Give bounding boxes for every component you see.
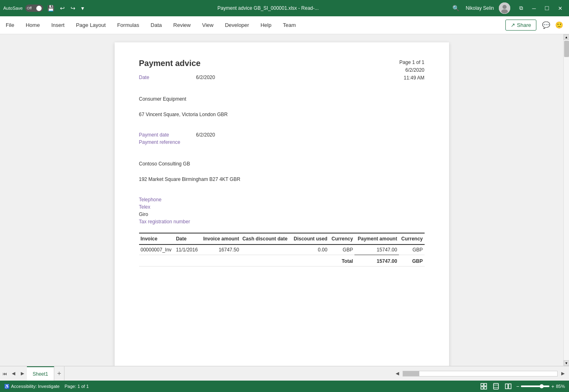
page-break-view-button[interactable]	[504, 382, 512, 390]
sheet-tab-sheet1[interactable]: Sheet1	[27, 366, 54, 381]
customize-qat-button[interactable]: ▾	[80, 4, 86, 12]
comments-button[interactable]: 💬	[540, 20, 552, 31]
zoom-level: 85%	[556, 384, 565, 389]
title-bar-left: AutoSave Off 💾 ↩ ↪ ▾	[3, 4, 86, 12]
col-payment-amount: Payment amount	[354, 233, 399, 244]
restore-down-button[interactable]: ⧉	[515, 2, 527, 14]
title-bar: AutoSave Off 💾 ↩ ↪ ▾ Payment advice GB_S…	[0, 0, 569, 16]
col-invoice: Invoice	[139, 233, 175, 244]
menu-bar: File Home Insert Page Layout Formulas Da…	[0, 16, 569, 34]
vendor-address-block: 192 Market Square Birmingham B27 4KT GBR	[139, 175, 425, 184]
svg-point-1	[503, 5, 507, 9]
toggle-knob	[36, 6, 42, 11]
close-button[interactable]: ✕	[554, 2, 566, 14]
col-discount-used: Discount used	[291, 233, 329, 244]
menu-review[interactable]: Review	[168, 16, 197, 34]
print-time: 11:49 AM	[399, 74, 424, 82]
cell-cash-discount-date	[241, 244, 291, 255]
share-button[interactable]: ↗ Share	[505, 20, 536, 31]
scroll-thumb-right[interactable]	[564, 41, 569, 57]
menu-help[interactable]: Help	[255, 16, 277, 34]
document-title: Payment advice GB_SI_000001.xlsx - Read-…	[89, 5, 447, 11]
autosave-label: AutoSave	[3, 6, 23, 11]
normal-view-button[interactable]	[480, 382, 488, 390]
table-row: 00000007_Inv 11/1/2016 16747.50 0.00 GBP…	[139, 244, 425, 255]
avatar[interactable]	[499, 2, 510, 14]
search-button[interactable]: 🔍	[451, 4, 461, 12]
company-name: Consumer Equipment	[139, 95, 425, 104]
redo-button[interactable]: ↪	[69, 4, 77, 12]
accessibility-icon: ♿	[4, 384, 10, 389]
menu-file[interactable]: File	[0, 16, 20, 34]
hscroll-right-arrow[interactable]: ▶	[558, 369, 567, 378]
total-label: Total	[291, 255, 355, 266]
share-label: Share	[517, 22, 531, 28]
svg-rect-7	[494, 383, 498, 389]
menu-formulas[interactable]: Formulas	[111, 16, 145, 34]
zoom-bar: − + 85%	[516, 383, 565, 390]
hscroll-area: ◀ ▶	[66, 366, 569, 381]
menu-page-layout[interactable]: Page Layout	[70, 16, 111, 34]
cell-date: 11/1/2016	[174, 244, 200, 255]
giro-label: Giro	[139, 211, 196, 217]
title-right: 🔍 Nikolay Selin ⧉ ─ ☐ ✕	[451, 2, 566, 14]
menu-team[interactable]: Team	[277, 16, 301, 34]
menu-developer[interactable]: Developer	[219, 16, 255, 34]
page-layout-view-button[interactable]	[492, 382, 500, 390]
undo-button[interactable]: ↩	[58, 4, 66, 12]
hscroll-left-arrow[interactable]: ◀	[393, 369, 402, 378]
company-address-block: 67 Vincent Square, Victoria London GBR	[139, 110, 425, 119]
autosave-toggle[interactable]: Off	[25, 4, 43, 12]
scroll-up-arrow[interactable]: ▲	[564, 34, 569, 40]
total-currency: GBP	[399, 255, 425, 266]
total-empty1	[200, 255, 241, 266]
zoom-slider[interactable]	[521, 385, 549, 387]
print-date: 6/2/2020	[399, 66, 424, 74]
cell-invoice-amount: 16747.50	[200, 244, 241, 255]
svg-rect-4	[484, 383, 487, 386]
payment-date-label: Payment date	[139, 132, 196, 138]
normal-view-icon	[480, 383, 487, 390]
add-sheet-button[interactable]: ＋	[54, 369, 64, 379]
doc-title: Payment advice	[139, 59, 425, 68]
save-button[interactable]: 💾	[46, 4, 56, 12]
date-value: 6/2/2020	[196, 75, 215, 80]
page-layout-icon	[493, 383, 499, 390]
total-empty2	[241, 255, 291, 266]
col-date: Date	[174, 233, 200, 244]
page-info: Page 1 of 1 6/2/2020 11:49 AM	[399, 59, 424, 82]
smiley-button[interactable]: 🙂	[554, 20, 565, 31]
accessibility-label: Accessibility: Investigate	[11, 384, 60, 389]
maximize-button[interactable]: ☐	[541, 2, 553, 14]
sheet-nav-first[interactable]: ⏮	[0, 369, 9, 378]
tax-reg-row: Tax registration number	[139, 219, 425, 225]
scroll-down-arrow[interactable]: ▼	[564, 360, 569, 366]
company-address: 67 Vincent Square, Victoria London GBR	[139, 110, 425, 119]
scroll-track-right	[564, 40, 569, 360]
user-name: Nikolay Selin	[466, 5, 494, 11]
spreadsheet-area: Page 1 of 1 6/2/2020 11:49 AM Payment ad…	[0, 34, 569, 366]
zoom-in-button[interactable]: +	[551, 383, 554, 390]
telex-row: Telex	[139, 204, 425, 210]
sheet-tabs-area: ⏮ ◀ ▶ Sheet1 ＋ ◀ ▶	[0, 366, 569, 381]
svg-rect-11	[509, 384, 511, 389]
menu-data[interactable]: Data	[145, 16, 167, 34]
menu-right-icons: 💬 🙂	[540, 20, 569, 31]
vendor-address: 192 Market Square Birmingham B27 4KT GBR	[139, 175, 425, 184]
cell-currency2: GBP	[399, 244, 425, 255]
hscrollbar-thumb[interactable]	[403, 371, 419, 376]
minimize-button[interactable]: ─	[528, 2, 540, 14]
page-break-icon	[505, 383, 511, 390]
total-row: Total 15747.00 GBP	[139, 255, 425, 266]
total-label-cell	[139, 255, 200, 266]
sheet-nav-prev[interactable]: ◀	[9, 369, 18, 378]
payment-ref-label: Payment reference	[139, 139, 196, 145]
menu-insert[interactable]: Insert	[46, 16, 71, 34]
accessibility-button[interactable]: ♿ Accessibility: Investigate	[4, 384, 60, 389]
zoom-out-button[interactable]: −	[516, 383, 520, 390]
scrollbar-right[interactable]: ▲ ▼	[563, 34, 569, 366]
menu-view[interactable]: View	[196, 16, 219, 34]
col-currency2: Currency	[399, 233, 425, 244]
menu-home[interactable]: Home	[20, 16, 46, 34]
sheet-nav-next[interactable]: ▶	[18, 369, 27, 378]
